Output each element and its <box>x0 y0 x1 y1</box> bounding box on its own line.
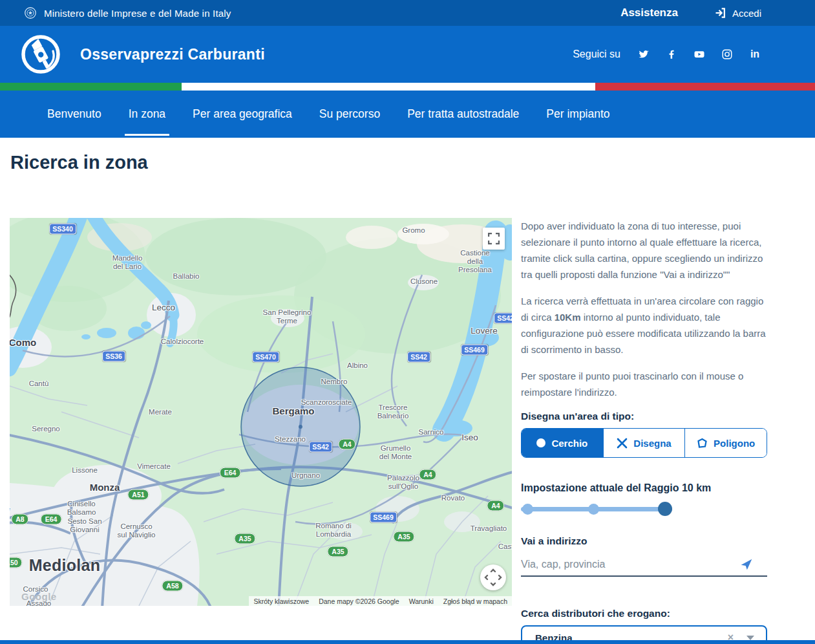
active-tab-underline <box>125 134 169 136</box>
main-nav: Benvenuto In zona Per area geografica Su… <box>0 91 815 138</box>
circle-icon <box>536 438 545 447</box>
fuel-pump-logo-icon <box>19 33 62 76</box>
instructions-paragraph-2: La ricerca verrà effettuata in un'area c… <box>521 293 767 358</box>
keyboard-shortcuts-link[interactable]: Skróty klawiszowe <box>253 597 309 605</box>
search-options-panel: Dopo aver individuato la zona di tuo int… <box>521 218 767 644</box>
slider-stop-min <box>522 504 533 515</box>
osservaprezzi-page: Ministero delle Imprese e del Made in It… <box>0 0 815 644</box>
polygon-icon <box>697 438 708 449</box>
page-title: Ricerca in zona <box>10 152 148 173</box>
fuel-type-label: Cerca distributori che erogano: <box>521 608 767 619</box>
nav-item-benvenuto[interactable]: Benvenuto <box>39 91 109 138</box>
nav-item-per-tratta-autostradale[interactable]: Per tratta autostradale <box>399 91 527 138</box>
linkedin-icon[interactable]: in <box>748 48 761 61</box>
slider-stop-mid <box>588 504 599 515</box>
government-topbar: Ministero delle Imprese e del Made in It… <box>0 0 815 26</box>
area-type-button-group: Cerchio Disegna Poligono <box>521 428 767 458</box>
flag-red-segment <box>595 83 815 91</box>
twitter-icon[interactable] <box>637 48 650 61</box>
nav-item-per-impianto[interactable]: Per impianto <box>538 91 617 138</box>
radius-slider[interactable] <box>521 502 672 516</box>
map-canvas[interactable]: SS340GromoCastione della PresolanaMandel… <box>10 218 512 606</box>
instructions-paragraph-3: Per spostare il punto puoi trascinarlo c… <box>521 368 767 400</box>
flag-white-segment <box>182 83 595 91</box>
address-input-row <box>521 553 767 577</box>
italian-flag-stripe <box>0 83 815 91</box>
map-fullscreen-button[interactable] <box>483 228 505 250</box>
login-link[interactable]: Accedi <box>714 6 761 19</box>
instructions-paragraph-1: Dopo aver individuato la zona di tuo int… <box>521 218 767 283</box>
pan-arrows-icon <box>483 568 503 587</box>
draw-pencil-icon <box>617 438 628 449</box>
google-logo: Google <box>21 591 57 602</box>
map-background <box>10 218 512 606</box>
assistenza-link[interactable]: Assistenza <box>620 6 678 19</box>
map-attribution: Skróty klawiszowe Dane mapy ©2026 Google… <box>249 596 512 606</box>
ministry-emblem-icon <box>23 6 37 20</box>
nav-item-per-area-geografica[interactable]: Per area geografica <box>185 91 300 138</box>
nav-item-in-zona[interactable]: In zona <box>121 91 173 138</box>
ministry-title: Ministero delle Imprese e del Made in It… <box>44 8 231 19</box>
locate-me-icon[interactable] <box>740 558 753 571</box>
map-data-copyright: Dane mapy ©2026 Google <box>319 597 399 605</box>
instagram-icon[interactable] <box>721 48 734 61</box>
youtube-icon[interactable] <box>693 48 706 61</box>
slider-handle[interactable] <box>658 502 672 516</box>
footer-top-edge <box>0 640 815 644</box>
fullscreen-icon <box>488 233 500 244</box>
disegna-button[interactable]: Disegna <box>604 429 686 457</box>
follow-label: Seguici su <box>573 48 620 60</box>
flag-green-segment <box>0 83 182 91</box>
address-input[interactable] <box>521 553 767 575</box>
poligono-button[interactable]: Poligono <box>685 429 767 457</box>
nav-item-su-percorso[interactable]: Su percorso <box>312 91 388 138</box>
draw-area-label: Disegna un'area di tipo: <box>521 411 767 422</box>
login-arrow-icon <box>714 6 727 19</box>
social-links: in <box>637 48 761 61</box>
app-header: Osservaprezzi Carburanti Seguici su in <box>0 26 815 83</box>
radius-setting-label: Impostazione attuale del Raggio 10 km <box>521 482 767 494</box>
map-pan-control[interactable] <box>480 564 506 590</box>
accedi-label: Accedi <box>732 8 761 19</box>
cerchio-button[interactable]: Cerchio <box>522 429 604 457</box>
facebook-icon[interactable] <box>665 48 678 61</box>
report-map-error-link[interactable]: Zgłoś błąd w mapach <box>443 597 507 605</box>
app-title: Osservaprezzi Carburanti <box>80 46 265 63</box>
chevron-down-icon[interactable] <box>746 636 754 640</box>
terms-link[interactable]: Warunki <box>409 597 434 605</box>
go-to-address-label: Vai a indirizzo <box>521 535 767 547</box>
